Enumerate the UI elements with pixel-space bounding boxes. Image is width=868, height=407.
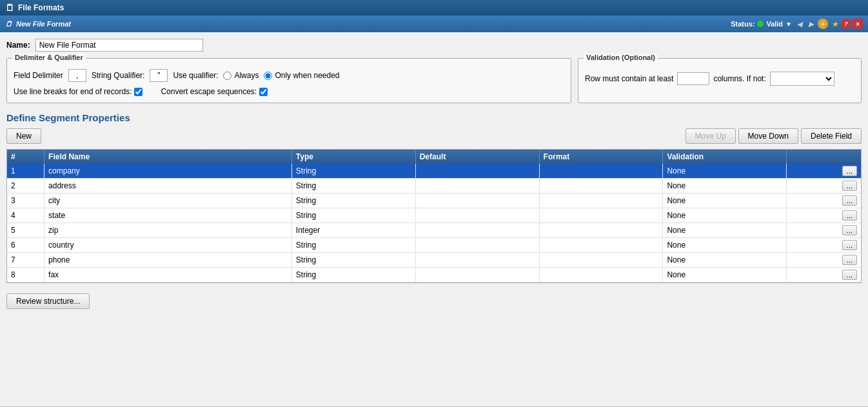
col-header-type: Type — [291, 150, 415, 164]
row-options-button[interactable]: ... — [842, 195, 857, 206]
row-options-button[interactable]: ... — [842, 166, 857, 176]
sub-title-bar: 🗒 New File Format Status: Valid ▼ ◀ ▶ + … — [0, 15, 868, 32]
col-header-validation: Validation — [663, 150, 787, 164]
validation-inner: Row must contain at least columns. If no… — [585, 72, 854, 86]
move-down-button[interactable]: Move Down — [738, 128, 798, 144]
title-bar: 🗒 File Formats — [0, 0, 868, 15]
only-when-needed-label: Only when needed — [275, 71, 339, 80]
field-delimiter-input[interactable] — [68, 69, 86, 82]
convert-escape-label: Convert escape sequences: — [161, 87, 257, 96]
nav-forward-icon[interactable]: ▶ — [806, 19, 816, 29]
table-row[interactable]: 2addressStringNone... — [7, 179, 861, 194]
table-row[interactable]: 6countryStringNone... — [7, 238, 861, 253]
move-up-button[interactable]: Move Up — [686, 128, 736, 144]
subtitle-right: Status: Valid ▼ ◀ ▶ + ★ ? × — [731, 19, 863, 29]
name-input[interactable] — [35, 39, 203, 52]
field-delimiter-label: Field Delimiter — [14, 71, 63, 80]
table-row[interactable]: 5zipIntegerNone... — [7, 223, 861, 238]
delete-field-button[interactable]: Delete Field — [801, 128, 862, 144]
validation-group: Validation (Optional) Row must contain a… — [578, 58, 862, 103]
columns-input[interactable] — [677, 72, 709, 85]
table-row[interactable]: 8faxStringNone... — [7, 268, 861, 283]
panels-row: Delimiter & Qualifier Field Delimiter St… — [6, 58, 862, 103]
table-header-row: # Field Name Type Default Format Validat… — [7, 150, 861, 164]
col-header-format: Format — [539, 150, 663, 164]
row-options-button[interactable]: ... — [842, 255, 857, 265]
app-icon: 🗒 — [5, 3, 14, 13]
row-options-button[interactable]: ... — [842, 210, 857, 221]
status-area: Status: Valid ▼ — [731, 20, 792, 28]
line-breaks-row: Use line breaks for end of records: — [14, 87, 143, 96]
col-header-action — [787, 150, 861, 164]
nav-back-icon[interactable]: ◀ — [794, 19, 805, 29]
fields-table: # Field Name Type Default Format Validat… — [7, 150, 861, 283]
always-radio-group: Always — [223, 71, 259, 80]
name-row: Name: — [6, 39, 862, 52]
status-dot — [757, 21, 764, 27]
col-header-name: Field Name — [44, 150, 292, 164]
always-radio[interactable] — [223, 72, 232, 80]
convert-escape-checkbox[interactable] — [259, 88, 268, 96]
table-body: 1companyStringNone...2addressStringNone.… — [7, 164, 861, 283]
row-options-button[interactable]: ... — [842, 240, 857, 250]
review-structure-button[interactable]: Review structure... — [6, 293, 90, 309]
name-label: Name: — [6, 41, 30, 50]
convert-escape-row: Convert escape sequences: — [161, 87, 268, 96]
toolbar-icons: ◀ ▶ + ★ ? × — [794, 19, 863, 29]
row-options-button[interactable]: ... — [842, 270, 857, 280]
table-row[interactable]: 7phoneStringNone... — [7, 253, 861, 268]
delimiter-group-title: Delimiter & Qualifier — [12, 54, 86, 61]
col-header-default: Default — [415, 150, 539, 164]
status-dropdown-arrow[interactable]: ▼ — [785, 21, 792, 28]
status-label: Status: — [731, 20, 755, 28]
section-title: Define Segment Properties — [6, 112, 862, 123]
row-options-button[interactable]: ... — [842, 225, 857, 235]
delimiter-group: Delimiter & Qualifier Field Delimiter St… — [6, 58, 571, 103]
app-title: File Formats — [18, 3, 64, 12]
help-icon[interactable]: ? — [841, 19, 851, 29]
subtitle-left: 🗒 New File Format — [5, 20, 71, 28]
string-qualifier-label: String Qualifier: — [92, 71, 145, 80]
file-icon: 🗒 — [5, 20, 12, 28]
delimiter-row1: Field Delimiter String Qualifier: Use qu… — [14, 69, 564, 82]
table-row[interactable]: 3cityStringNone... — [7, 194, 861, 208]
toolbar-right: Move Up Move Down Delete Field — [686, 128, 862, 144]
only-when-needed-radio[interactable] — [264, 72, 272, 80]
always-label: Always — [234, 71, 259, 80]
columns-label: columns. If not: — [713, 74, 765, 83]
close-button[interactable]: × — [853, 19, 863, 29]
toolbar-left: New — [6, 128, 41, 144]
add-icon[interactable]: + — [818, 19, 828, 29]
main-content: Name: Delimiter & Qualifier Field Delimi… — [0, 32, 868, 406]
if-not-select[interactable] — [770, 72, 834, 86]
toolbar-row: New Move Up Move Down Delete Field — [6, 128, 862, 144]
use-qualifier-label: Use qualifier: — [173, 71, 218, 80]
string-qualifier-input[interactable] — [150, 69, 168, 82]
use-line-breaks-label: Use line breaks for end of records: — [14, 87, 132, 96]
new-button[interactable]: New — [6, 128, 41, 144]
row-must-label: Row must contain at least — [585, 74, 673, 83]
validation-group-title: Validation (Optional) — [584, 54, 658, 61]
table-container: # Field Name Type Default Format Validat… — [6, 149, 862, 283]
status-text: Valid — [766, 20, 783, 28]
table-row[interactable]: 1companyStringNone... — [7, 164, 861, 179]
star-icon[interactable]: ★ — [829, 19, 840, 29]
delimiter-row2: Use line breaks for end of records: Conv… — [14, 87, 564, 96]
use-line-breaks-checkbox[interactable] — [134, 88, 143, 96]
subtitle-text: New File Format — [16, 20, 71, 28]
table-row[interactable]: 4stateStringNone... — [7, 208, 861, 223]
row-options-button[interactable]: ... — [842, 181, 857, 191]
only-when-needed-radio-group: Only when needed — [264, 71, 339, 80]
col-header-num: # — [7, 150, 44, 164]
